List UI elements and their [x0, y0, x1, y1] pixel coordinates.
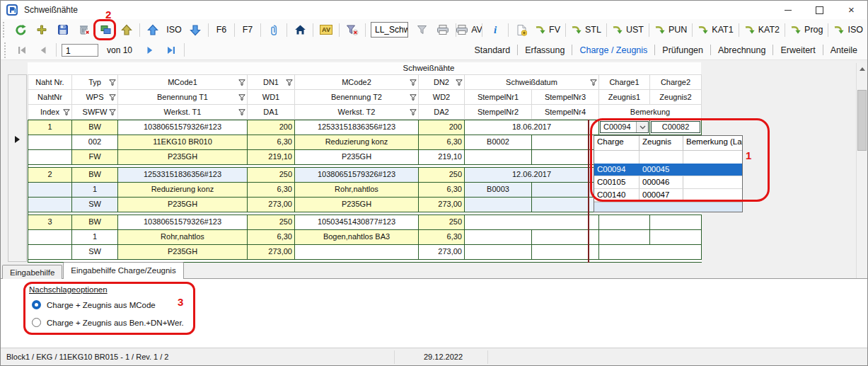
view-tab-pr-fungen[interactable]: Prüfungen: [655, 45, 710, 55]
toolbar-stl-button[interactable]: STL: [568, 21, 604, 38]
view-tab-charge-zeugnis[interactable]: Charge / Zeugnis: [572, 45, 654, 55]
cell-g2-r2-stempel-l[interactable]: B0003: [465, 183, 532, 198]
cell-g3-r2-charge1[interactable]: [599, 230, 650, 245]
cell-g2-r2-nahtnr[interactable]: [28, 183, 72, 198]
previous-record-button[interactable]: [33, 42, 54, 59]
view-tab-erfassung[interactable]: Erfassung: [518, 45, 572, 55]
toolbar-save-button[interactable]: [52, 21, 74, 38]
cell-g3-r1-stempel-l[interactable]: [465, 215, 599, 230]
toolbar-av-box-button[interactable]: AV: [316, 21, 337, 38]
cell-g1-r3-typ[interactable]: FW: [72, 150, 118, 165]
cell-g1-r2-stempel-l[interactable]: B0002: [465, 135, 532, 150]
filter-icon[interactable]: [410, 109, 417, 115]
scroll-up-button[interactable]: [857, 63, 867, 74]
cell-g3-r3-nahtnr[interactable]: [28, 245, 72, 260]
view-tab-abrechnung[interactable]: Abrechnung: [711, 45, 772, 55]
cell-g3-r3-mcode1[interactable]: P235GH: [118, 245, 248, 260]
cell-g3-r3-typ[interactable]: SW: [72, 245, 118, 260]
toolbar-filter-remove-button[interactable]: [342, 21, 363, 38]
cell-g1-r2-dn2[interactable]: 6,30: [419, 135, 465, 150]
toolbar-kat1-button[interactable]: KAT1: [695, 21, 736, 38]
filter-icon[interactable]: [109, 109, 116, 115]
cell-g1-r1-typ[interactable]: BW: [72, 120, 118, 135]
cell-g3-r1-nahtnr[interactable]: 3: [28, 215, 72, 230]
toolbar-add-button[interactable]: [31, 21, 52, 38]
toolbar-attachment-button[interactable]: [263, 21, 284, 38]
cell-g3-r3-charge1[interactable]: [599, 245, 702, 260]
cell-g2-r1-mcode1[interactable]: 12533151836356#123: [118, 168, 248, 183]
radio-option-1[interactable]: Charge + Zeugnis aus MCode: [32, 300, 156, 309]
toolbar-arrow-up-blue-button[interactable]: [142, 21, 163, 38]
cell-g2-r1-typ[interactable]: BW: [72, 168, 118, 183]
view-tab-erweitert[interactable]: Erweitert: [773, 45, 822, 55]
cell-g1-r2-typ[interactable]: 002: [72, 135, 118, 150]
cell-g2-r1-dn2[interactable]: 250: [419, 168, 465, 183]
cell-g2-r2-mcode1[interactable]: Reduzierung konz: [118, 183, 248, 198]
cell-g2-r2-typ[interactable]: 1: [72, 183, 118, 198]
charge1-combobox[interactable]: C00094: [600, 121, 649, 133]
cell-g3-r1-typ[interactable]: BW: [72, 215, 118, 230]
toolbar-print-button[interactable]: [432, 21, 453, 38]
cell-g2-r3-typ[interactable]: SW: [72, 198, 118, 212]
cell-g3-r3-stempel-l[interactable]: [465, 245, 532, 260]
minimize-button[interactable]: [772, 1, 804, 19]
cell-g1-r3-nahtnr[interactable]: [28, 150, 72, 165]
toolbar-f6-button[interactable]: F6: [211, 21, 232, 38]
toolbar-fv-button[interactable]: FV: [532, 21, 563, 38]
filter-icon[interactable]: [590, 79, 597, 86]
toolbar-filter-button[interactable]: [411, 21, 432, 38]
radio-selected-icon[interactable]: [32, 300, 41, 309]
cell-g3-r2-mcode2[interactable]: Bogen,nahtlos BA3: [295, 230, 419, 245]
cell-g1-r3-dn1[interactable]: 219,10: [248, 150, 295, 165]
bottom-tab-eingabehilfe[interactable]: Eingabehilfe: [2, 265, 62, 279]
report-combobox[interactable]: LL_Schweissnahtreport: [371, 22, 408, 38]
cell-g2-r2-mcode2[interactable]: Rohr,nahtlos: [295, 183, 419, 198]
cell-g2-r3-mcode1[interactable]: P235GH: [118, 198, 248, 212]
cell-g3-r2-charge2[interactable]: [650, 230, 702, 245]
toolbar-iso-button[interactable]: ISO: [163, 21, 185, 38]
cell-g3-r2-stempel-l[interactable]: [465, 230, 532, 245]
toolbar-delete-button[interactable]: [74, 21, 95, 38]
cell-g2-r3-nahtnr[interactable]: [28, 198, 72, 212]
cell-g1-r1-dn2[interactable]: 200: [419, 120, 465, 135]
cell-g2-r1-nahtnr[interactable]: 2: [28, 168, 72, 183]
cell-g3-r1-mcode2[interactable]: 10503451430877#123: [295, 215, 419, 230]
cell-g3-r1-dn1[interactable]: 250: [248, 215, 295, 230]
cell-g1-r1-mcode2[interactable]: 12533151836356#123: [295, 120, 419, 135]
toolbar-move-up-olive-button[interactable]: [116, 21, 137, 38]
filter-icon[interactable]: [410, 79, 417, 86]
cell-g3-r1-dn2[interactable]: 250: [419, 215, 465, 230]
cell-g2-r1-stempel-l[interactable]: 12.06.2017: [465, 168, 599, 183]
cell-g2-r3-dn2[interactable]: 273,00: [419, 198, 465, 212]
filter-icon[interactable]: [109, 94, 116, 101]
cell-g2-r2-dn1[interactable]: 6,30: [248, 183, 295, 198]
maximize-button[interactable]: [804, 1, 835, 19]
toolbar-ust-button[interactable]: UST: [609, 21, 647, 38]
filter-icon[interactable]: [63, 109, 70, 115]
cell-g1-r1-charge2[interactable]: C00082: [650, 120, 702, 135]
filter-icon[interactable]: [456, 79, 463, 86]
cell-g1-r3-mcode1[interactable]: P235GH: [118, 150, 248, 165]
filter-icon[interactable]: [286, 79, 293, 86]
cell-g1-r1-nahtnr[interactable]: 1: [28, 120, 72, 135]
cell-g3-r2-dn2[interactable]: 6,30: [419, 230, 465, 245]
toolbar-home-button[interactable]: [289, 21, 311, 38]
cell-g3-r1-charge1[interactable]: [599, 215, 650, 230]
cell-g3-r3-dn2[interactable]: 273,00: [419, 245, 465, 260]
filter-icon[interactable]: [109, 79, 116, 86]
cell-g3-r2-mcode1[interactable]: Rohr,nahtlos: [118, 230, 248, 245]
close-button[interactable]: ×: [835, 1, 867, 19]
cell-g3-r2-nahtnr[interactable]: [28, 230, 72, 245]
cell-g1-r1-stempel-l[interactable]: 18.06.2017: [465, 120, 599, 135]
toolbar-refresh-button[interactable]: [10, 21, 31, 38]
toolbar-prog-button[interactable]: Prog: [787, 21, 826, 38]
toolbar-pun-button[interactable]: PUN: [652, 21, 690, 38]
cell-g2-r1-dn1[interactable]: 250: [248, 168, 295, 183]
cell-g1-r1-mcode1[interactable]: 10380651579326#123: [118, 120, 248, 135]
combo-dropdown-button[interactable]: [636, 122, 648, 132]
toolbar-kat2-button[interactable]: KAT2: [741, 21, 782, 38]
cell-g1-r1-dn1[interactable]: 200: [248, 120, 295, 135]
cell-g1-r2-nahtnr[interactable]: [28, 135, 72, 150]
cell-g1-r2-mcode2[interactable]: Reduzierung konz: [295, 135, 419, 150]
dropdown-row-1[interactable]: C00094000045: [594, 164, 742, 176]
